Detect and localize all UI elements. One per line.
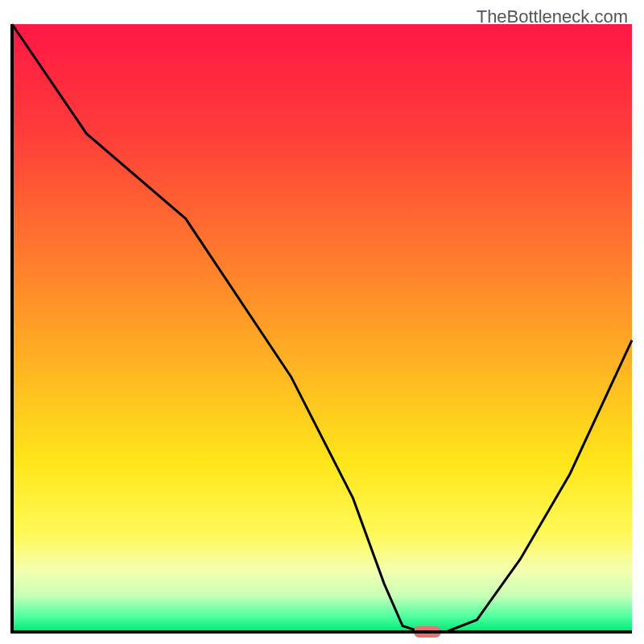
bottleneck-chart [0,0,644,644]
watermark-label: TheBottleneck.com [477,6,628,27]
chart-container: TheBottleneck.com [0,0,644,644]
gradient-background [12,24,632,632]
